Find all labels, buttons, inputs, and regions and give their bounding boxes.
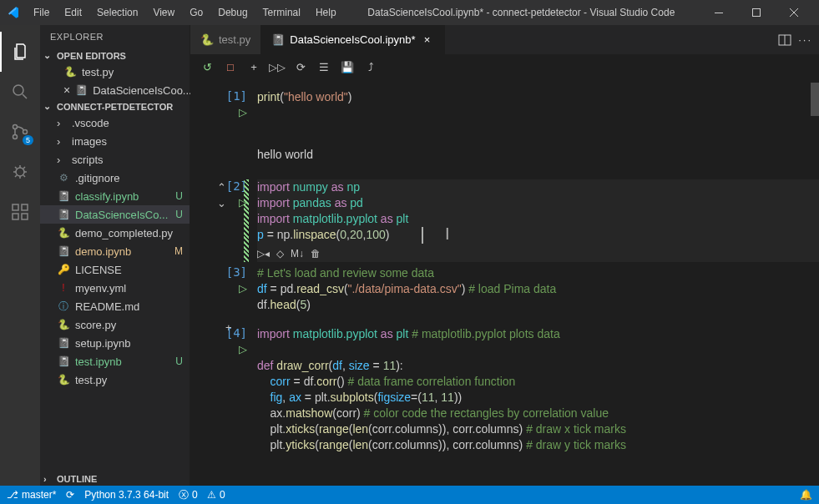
jupyter-icon: 📓 <box>57 208 70 221</box>
menubar: File Edit Selection View Go Debug Termin… <box>27 3 343 22</box>
close-button[interactable] <box>775 0 812 25</box>
sidebar: EXPLORER ⌄OPEN EDITORS 🐍 test.py × 📓 Dat… <box>40 25 190 486</box>
file-name: .gitignore <box>75 172 119 184</box>
text-cursor <box>422 227 423 244</box>
interrupt-icon[interactable]: □ <box>224 60 237 73</box>
sync-item[interactable]: ⟳ <box>66 489 74 501</box>
close-icon[interactable]: × <box>63 83 70 97</box>
open-editor-item[interactable]: 🐍 test.py <box>40 63 190 81</box>
explorer-icon[interactable] <box>0 32 40 72</box>
cell-code[interactable]: import matplotlib.pyplot as plt # matplo… <box>257 326 819 453</box>
cell-code[interactable]: print("hello world") hello world <box>257 89 819 163</box>
notebook-cell[interactable]: ⌃ ⌄ [2] ▷ import numpy as np import pand… <box>190 179 819 262</box>
add-icon[interactable]: + <box>247 60 260 73</box>
move-up-icon[interactable]: ⌃ <box>217 181 226 194</box>
project-section[interactable]: ⌄CONNECT-PETDETECTOR <box>40 99 190 113</box>
python-icon: 🐍 <box>57 373 70 386</box>
svg-rect-0 <box>715 13 723 13</box>
python-env-item[interactable]: Python 3.7.3 64-bit <box>84 489 169 501</box>
warning-icon: ⚠ <box>207 489 216 501</box>
delete-cell-icon[interactable]: 🗑 <box>311 246 321 262</box>
tree-file[interactable]: 📓demo.ipynbM <box>40 242 190 260</box>
debug-icon[interactable] <box>0 152 40 192</box>
maximize-button[interactable] <box>737 0 775 25</box>
tree-file[interactable]: 📓DataScienceIsCo...U <box>40 205 190 224</box>
chevron-right-icon: › <box>43 474 53 484</box>
tree-folder[interactable]: ›scripts <box>40 150 190 169</box>
gear-icon: ⚙ <box>57 171 70 184</box>
menu-file[interactable]: File <box>27 3 56 22</box>
tree-file[interactable]: 🐍demo_completed.py <box>40 224 190 242</box>
cell-prompt: [4] <box>226 326 247 340</box>
split-editor-icon[interactable] <box>778 33 791 47</box>
tree-file[interactable]: ⓘREADME.md <box>40 297 190 315</box>
export-icon[interactable]: ⤴ <box>364 60 377 73</box>
variables-icon[interactable]: ☰ <box>317 60 331 73</box>
restart-icon[interactable]: ⟳ <box>294 60 307 73</box>
menu-terminal[interactable]: Terminal <box>256 3 307 22</box>
menu-debug[interactable]: Debug <box>211 3 254 22</box>
notebook-body[interactable]: [1] ▷ print("hello world") hello world ⌃… <box>190 79 819 486</box>
search-icon[interactable] <box>0 72 40 112</box>
extensions-icon[interactable] <box>0 192 40 232</box>
error-icon: ⓧ <box>179 488 189 502</box>
cell-code[interactable]: import numpy as np import pandas as pd i… <box>257 179 819 262</box>
file-name: test.py <box>75 374 107 386</box>
jupyter-icon: 📓 <box>57 355 70 368</box>
save-icon[interactable]: 💾 <box>341 60 354 73</box>
chevron-right-icon: › <box>57 135 67 148</box>
tree-folder[interactable]: ›.vscode <box>40 113 190 132</box>
tree-file[interactable]: 📓setup.ipynb <box>40 334 190 352</box>
menu-edit[interactable]: Edit <box>58 3 88 22</box>
run-cell-icon[interactable]: ▷ <box>239 282 247 295</box>
python-icon: 🐍 <box>57 226 70 239</box>
run-by-line-icon[interactable]: ▷◂ <box>257 246 270 262</box>
git-branch-item[interactable]: ⎇master* <box>7 489 56 501</box>
more-icon[interactable]: ··· <box>798 33 812 46</box>
menu-help[interactable]: Help <box>309 3 343 22</box>
notebook-cell[interactable]: [4] ▷ import matplotlib.pyplot as plt # … <box>190 326 819 453</box>
notebook-cell[interactable]: [1] ▷ print("hello world") hello world <box>190 89 819 163</box>
minimize-button[interactable] <box>700 0 737 25</box>
tree-file[interactable]: 🔑LICENSE <box>40 260 190 279</box>
menu-view[interactable]: View <box>146 3 181 22</box>
vscode-logo-icon <box>7 6 20 19</box>
markdown-icon[interactable]: M↓ <box>291 246 304 262</box>
tab-notebook[interactable]: 📓DataScienceIsCool.ipynb*× <box>261 25 444 54</box>
run-cell-icon[interactable]: ▷ <box>239 343 247 355</box>
run-all-icon[interactable]: ▷▷ <box>270 60 284 73</box>
menu-go[interactable]: Go <box>183 3 210 22</box>
tab-testpy[interactable]: 🐍test.py <box>190 25 261 54</box>
error-count: 0 <box>192 489 198 501</box>
tree-file[interactable]: 🐍test.py <box>40 370 190 389</box>
python-icon: 🐍 <box>63 65 77 78</box>
branch-name: master* <box>22 489 56 501</box>
goto-code-icon[interactable]: ◇ <box>276 246 284 262</box>
run-cell-icon[interactable]: ▷ <box>239 106 247 118</box>
scm-icon[interactable]: 5 <box>0 112 40 152</box>
bell-icon: 🔔 <box>800 489 812 501</box>
notebook-cell[interactable]: [3] ▷ # Let's load and review some data … <box>190 265 819 313</box>
notifications-item[interactable]: 🔔 <box>800 489 812 501</box>
tree-file[interactable]: 📓test.ipynbU <box>40 352 190 370</box>
menu-selection[interactable]: Selection <box>90 3 144 22</box>
tree-file[interactable]: !myenv.yml <box>40 279 190 297</box>
tree-file[interactable]: ⚙.gitignore <box>40 169 190 187</box>
tree-file[interactable]: 📓classify.ipynbU <box>40 187 190 205</box>
move-down-icon[interactable]: ⌄ <box>217 197 226 209</box>
file-name: myenv.yml <box>75 282 126 295</box>
close-icon[interactable]: × <box>421 33 434 47</box>
cell-code[interactable]: # Let's load and review some data df = p… <box>257 265 819 313</box>
open-editors-section[interactable]: ⌄OPEN EDITORS <box>40 48 190 63</box>
undo-icon[interactable]: ↺ <box>200 60 214 73</box>
git-status: M <box>174 245 183 257</box>
problems-item[interactable]: ⓧ0 ⚠0 <box>179 488 225 502</box>
tree-file[interactable]: 🐍score.py <box>40 315 190 334</box>
tree-folder[interactable]: ›images <box>40 132 190 150</box>
cell-output: hello world <box>257 147 809 163</box>
svg-rect-1 <box>752 9 760 17</box>
file-name: demo.ipynb <box>75 245 131 258</box>
file-name: DataScienceIsCo... <box>75 209 168 221</box>
outline-section[interactable]: ›OUTLINE <box>40 472 190 486</box>
open-editor-item[interactable]: × 📓 DataScienceIsCoo... <box>40 81 190 99</box>
